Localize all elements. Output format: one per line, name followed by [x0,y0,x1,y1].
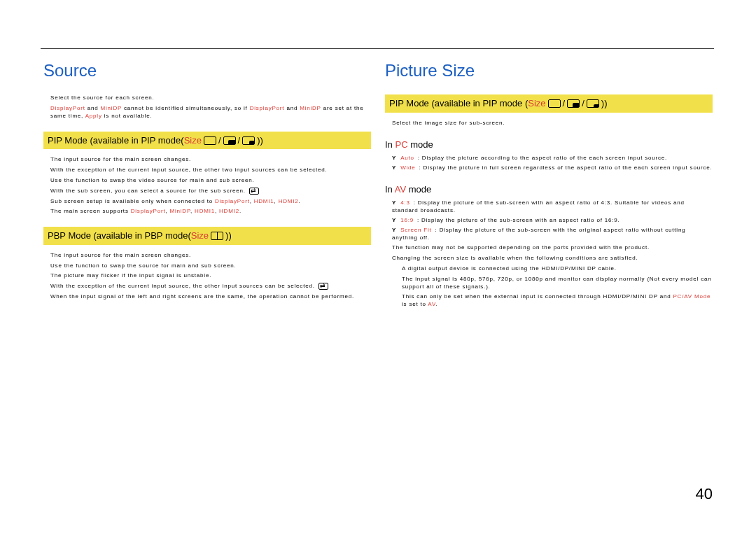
hl-minidp: MiniDP [101,105,122,111]
pbp-note-3: The picture may flicker if the input sig… [50,272,371,280]
pip-note-3: Use the function to swap the video sourc… [50,177,371,185]
size-large-icon [204,136,216,145]
pbp-note-2: Use the function to swap the source for … [50,262,371,270]
hl-displayport: DisplayPort [50,105,85,111]
size-medium-icon [567,99,580,108]
hl-apply: Apply [85,113,102,119]
swap-icon-2 [318,283,328,290]
pc-mode-list: Auto: Display the picture according to t… [392,155,713,172]
av-note-5: This can only be set when the external i… [402,293,713,309]
pbp-note-4: With the exception of the current input … [50,283,371,290]
pip-note-5: Sub screen setup is available only when … [50,198,371,206]
in-pc-mode-heading: In PC mode [385,139,713,151]
right-column: Picture Size PIP Mode (available in PIP … [385,38,713,311]
page-number: 40 [696,484,713,505]
section-title-source: Source [43,59,371,82]
hl-minidp-2: MiniDP [300,105,321,111]
pip-note-2: With the exception of the current input … [50,167,371,174]
top-rule [41,48,714,49]
picture-size-lead: Select the image size for sub-screen. [392,120,713,127]
two-column-layout: Source Select the source for each screen… [43,38,713,311]
pip-note-4: With the sub screen, you can select a so… [50,188,371,195]
pip-note-1: The input source for the main screen cha… [50,156,371,164]
size-large-icon [548,99,561,108]
pbp-mode-heading: PBP Mode (available in PBP mode( Size )) [43,227,371,245]
source-intro-2: DisplayPort and MiniDP cannot be identif… [50,105,371,120]
section-title-picture-size: Picture Size [385,59,713,82]
pbp-note-5: When the input signal of the left and ri… [50,293,371,301]
hl-displayport-2: DisplayPort [250,105,285,111]
av-note-1: The function may not be supported depend… [392,244,713,252]
list-item: Wide: Display the picture in full screen… [392,164,713,172]
size-medium-icon [223,136,236,145]
pip-mode-heading: PIP Mode (available in PIP mode( Size / … [43,132,371,150]
in-av-mode-heading: In AV mode [385,183,713,196]
pip-size-heading: PIP Mode (available in PIP mode ( Size /… [385,94,713,113]
size-small-icon [242,136,255,145]
pbp-note-1: The input source for the main screen cha… [50,252,371,260]
list-item: 16:9: Display the picture of the sub-scr… [392,217,713,225]
manual-page: Source Select the source for each screen… [0,0,756,534]
av-note-2: Changing the screen size is available wh… [392,255,713,262]
size-small-icon [587,99,599,108]
swap-icon [249,188,259,195]
av-note-3: A digital output device is connected usi… [402,265,713,273]
source-intro-1: Select the source for each screen. [50,94,371,102]
av-mode-list: 4:3: Display the picture of the sub-scre… [392,199,713,241]
pip-note-6: The main screen supports DisplayPort, Mi… [50,208,371,216]
list-item: 4:3: Display the picture of the sub-scre… [392,199,713,215]
left-column: Source Select the source for each screen… [43,38,371,311]
av-note-4: The input signal is 480p, 576p, 720p, or… [402,276,713,291]
list-item: Auto: Display the picture according to t… [392,155,713,162]
list-item: Screen Fit: Display the picture of the s… [392,227,713,242]
size-pbp-icon [211,232,223,240]
